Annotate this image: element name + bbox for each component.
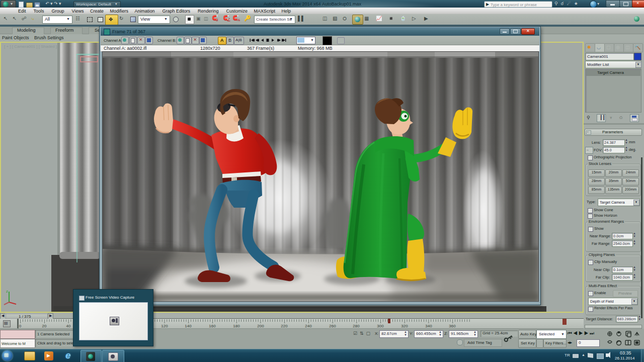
svg-text:0: 0 xyxy=(19,324,22,328)
svg-text:160: 160 xyxy=(209,324,216,328)
svg-text:180: 180 xyxy=(233,324,240,328)
svg-text:340: 340 xyxy=(425,324,432,328)
svg-text:z: z xyxy=(6,289,8,294)
svg-text:240: 240 xyxy=(305,324,312,328)
svg-text:260: 260 xyxy=(329,324,336,328)
svg-text:220: 220 xyxy=(281,324,288,328)
svg-text:320: 320 xyxy=(401,324,408,328)
svg-text:120: 120 xyxy=(161,324,168,328)
svg-text:280: 280 xyxy=(353,324,360,328)
svg-text:300: 300 xyxy=(377,324,384,328)
svg-text:140: 140 xyxy=(185,324,192,328)
svg-text:40: 40 xyxy=(66,324,71,328)
svg-text:360: 360 xyxy=(449,324,456,328)
svg-text:200: 200 xyxy=(257,324,264,328)
svg-text:20: 20 xyxy=(42,324,47,328)
